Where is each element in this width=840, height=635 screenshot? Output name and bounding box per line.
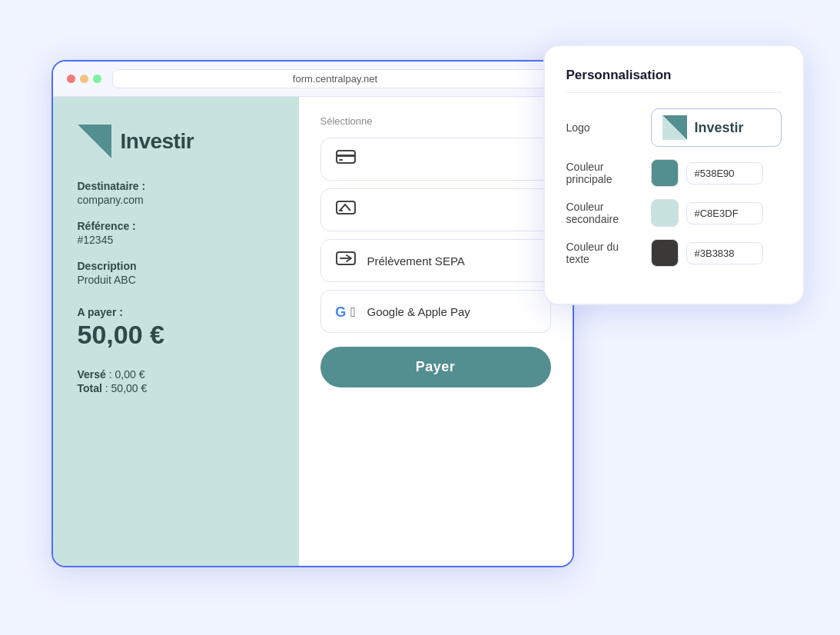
couleur-principale-swatch[interactable] — [651, 159, 679, 187]
card1-icon — [335, 149, 357, 169]
card2-icon — [335, 200, 357, 220]
reference-label: Référence : — [78, 220, 274, 232]
destinataire-field: Destinataire : company.com — [78, 180, 274, 206]
scene: form.centralpay.net Investir Destinatair… — [36, 29, 805, 606]
couleur-texte-swatch[interactable] — [651, 239, 679, 267]
gpay-label: Google & Apple Pay — [367, 305, 470, 318]
couleur-principale-label: Couleur principale — [566, 161, 642, 185]
browser-topbar: form.centralpay.net — [53, 62, 573, 97]
a-payer-value: 50,00 € — [78, 320, 274, 350]
couleur-texte-input[interactable] — [686, 242, 763, 264]
payer-button[interactable]: Payer — [320, 347, 551, 387]
gpay-icon: G  — [335, 301, 357, 321]
payment-panel: Sélectionne — [299, 97, 573, 566]
payment-method-card2[interactable] — [320, 188, 551, 231]
couleur-texte-swatch-row — [651, 239, 782, 267]
logo-preview-icon — [662, 115, 687, 140]
url-text: form.centralpay.net — [293, 73, 377, 85]
sepa-label: Prélèvement SEPA — [367, 254, 465, 268]
invoice-panel: Investir Destinataire : company.com Réfé… — [53, 97, 299, 566]
payment-method-sepa[interactable]: Prélèvement SEPA — [320, 239, 551, 282]
invoice-logo-text: Investir — [121, 129, 194, 154]
apple-icon:  — [350, 304, 356, 320]
svg-rect-4 — [339, 159, 343, 161]
couleur-secondaire-label: Couleur secondaire — [566, 201, 642, 225]
destinataire-label: Destinataire : — [78, 180, 274, 192]
verse-colon: : — [109, 368, 115, 381]
logo-svg — [78, 125, 111, 158]
svg-rect-3 — [337, 155, 355, 157]
svg-rect-5 — [337, 201, 355, 214]
payment-section-label: Sélectionne — [320, 115, 551, 127]
a-payer-label: A payer : — [78, 306, 274, 318]
browser-window: form.centralpay.net Investir Destinatair… — [51, 60, 574, 567]
couleur-secondaire-row: Couleur secondaire — [566, 199, 782, 227]
verse-line: Versé : 0,00 € — [78, 368, 274, 381]
couleur-secondaire-input[interactable] — [686, 202, 763, 224]
browser-dots — [67, 75, 101, 83]
svg-rect-6 — [339, 210, 343, 211]
total-value: 50,00 € — [111, 382, 148, 394]
couleur-secondaire-swatch-row — [651, 199, 782, 227]
total-label: Total — [78, 382, 102, 394]
couleur-principale-row: Couleur principale — [566, 159, 782, 187]
couleur-secondaire-swatch[interactable] — [651, 199, 679, 227]
dot-yellow — [80, 75, 88, 83]
description-label: Description — [78, 260, 274, 272]
address-bar[interactable]: form.centralpay.net — [112, 69, 559, 88]
dot-green — [93, 75, 101, 83]
payment-method-gpay[interactable]: G  Google & Apple Pay — [320, 290, 551, 333]
couleur-texte-label: Couleur du texte — [566, 241, 642, 265]
invoice-logo: Investir — [78, 125, 274, 158]
dot-red — [67, 75, 75, 83]
sepa-icon — [335, 251, 357, 271]
reference-field: Référence : #12345 — [78, 220, 274, 246]
total-line: Total : 50,00 € — [78, 382, 274, 394]
browser-body: Investir Destinataire : company.com Réfé… — [53, 97, 573, 566]
couleur-texte-row: Couleur du texte — [566, 239, 782, 267]
description-field: Description Produit ABC — [78, 260, 274, 286]
verse-value: 0,00 € — [115, 368, 145, 381]
google-g-icon: G — [335, 304, 346, 320]
verse-label: Versé — [78, 368, 106, 381]
logo-preview-text: Investir — [695, 120, 744, 136]
payer-label: Payer — [416, 359, 456, 374]
total-colon: : — [105, 382, 111, 394]
panel-title: Personnalisation — [566, 68, 782, 93]
reference-value: #12345 — [78, 234, 274, 246]
logo-label: Logo — [566, 121, 636, 134]
destinataire-value: company.com — [78, 194, 274, 206]
payment-method-card1[interactable] — [320, 138, 551, 181]
logo-preview[interactable]: Investir — [651, 108, 782, 147]
amount-field: A payer : 50,00 € — [78, 306, 274, 350]
couleur-principale-swatch-row — [651, 159, 782, 187]
logo-row: Logo Investir — [566, 108, 782, 147]
couleur-principale-input[interactable] — [686, 162, 763, 185]
invoice-summary: Versé : 0,00 € Total : 50,00 € — [78, 368, 274, 394]
personalisation-panel: Personnalisation Logo Investir Couleur p… — [543, 45, 805, 305]
logo-icon-wrapper — [78, 125, 111, 158]
description-value: Produit ABC — [78, 274, 274, 286]
